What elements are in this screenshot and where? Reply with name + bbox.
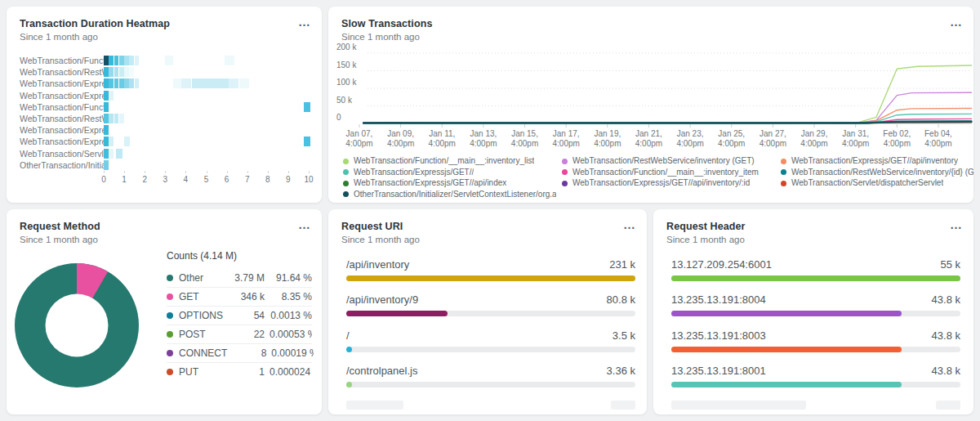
- x-axis-date: Jan 19,: [586, 129, 629, 139]
- legend-item[interactable]: WebTransaction/RestWebService/inventory/…: [781, 168, 973, 179]
- legend-item[interactable]: WebTransaction/Servlet/dispatcherServlet: [781, 178, 973, 190]
- x-axis-time: 4:00pm: [586, 139, 629, 149]
- heatmap-cell: [304, 102, 310, 112]
- method-name: PUT: [179, 366, 198, 378]
- heatmap-cell: [104, 114, 109, 123]
- ellipsis-menu-icon[interactable]: …: [623, 217, 635, 232]
- x-axis-time: 4:00pm: [504, 139, 546, 149]
- x-axis-date: Feb 02,: [875, 129, 918, 139]
- heatmap-cell: [104, 56, 109, 65]
- heatmap-row-cells: [104, 101, 318, 113]
- method-percent: 0.00053 %: [270, 329, 312, 340]
- heatmap-row-cells: [104, 78, 318, 89]
- truncated-row-ghost: [346, 401, 403, 410]
- widget-title: Request Header: [666, 221, 960, 232]
- heatmap-axis-tick: [104, 171, 105, 173]
- legend-item[interactable]: WebTransaction/Expressjs/GET//api/index: [343, 178, 556, 190]
- method-percent: 0.00019 %: [271, 347, 314, 359]
- x-axis-label: Jan 25,4:00pm: [710, 129, 753, 148]
- legend-dot-icon: [167, 331, 173, 338]
- heatmap-cell: [104, 137, 109, 146]
- heatmap-row: WebTransaction/Servle...: [20, 148, 318, 159]
- heatmap-cell: [114, 78, 119, 88]
- counts-header: Counts (4.14 M): [167, 250, 312, 262]
- x-axis-time: 4:00pm: [917, 139, 960, 149]
- method-count: 1: [225, 366, 265, 378]
- method-name: CONNECT: [179, 347, 227, 359]
- bar-list-row: 13.235.13.191:800443.8 k: [671, 293, 960, 326]
- x-axis-date: Jan 27,: [751, 129, 794, 139]
- method-table-row: GET346 k8.35 %: [167, 287, 312, 306]
- method-count: 346 k: [225, 291, 265, 302]
- x-axis-date: Jan 23,: [669, 129, 711, 139]
- legend-item[interactable]: WebTransaction/Function/__main__:invento…: [562, 168, 759, 179]
- x-axis-label: Feb 04,4:00pm: [917, 129, 960, 148]
- x-axis-time: 4:00pm: [462, 139, 505, 149]
- heatmap-axis-tick: [268, 171, 269, 173]
- legend-item[interactable]: WebTransaction/Function/__main__:invento…: [343, 156, 556, 168]
- heatmap-row-label: WebTransaction/RestW...: [20, 67, 104, 77]
- x-axis-label: Jan 27,4:00pm: [751, 129, 794, 148]
- heatmap-row-cells: [104, 113, 318, 124]
- x-axis-date: Jan 11,: [421, 129, 463, 139]
- x-axis-time: 4:00pm: [710, 139, 753, 149]
- bar-fill: [346, 382, 352, 387]
- heatmap-plot: WebTransaction/Functi...WebTransaction/R…: [20, 55, 318, 171]
- x-axis-label: Jan 29,4:00pm: [793, 129, 835, 148]
- ellipsis-menu-icon[interactable]: …: [298, 15, 310, 29]
- x-axis-date: Feb 04,: [917, 129, 960, 139]
- heatmap-cell: [119, 114, 124, 123]
- heatmap-row-cells: [104, 159, 318, 171]
- bar-list-row: /api/inventory/980.8 k: [346, 293, 635, 326]
- heatmap-axis-tick: [165, 171, 166, 173]
- method-table-row: OPTIONS540.0013 %: [167, 306, 312, 325]
- legend-dot-icon: [781, 169, 786, 175]
- heatmap-cell: [135, 56, 140, 65]
- heatmap-cell: [124, 78, 129, 88]
- method-counts-table: Counts (4.14 M) Other3.79 M91.64 %GET346…: [167, 250, 312, 381]
- x-axis-date: Jan 15,: [504, 129, 546, 139]
- widget-subtitle: Since 1 month ago: [341, 235, 634, 244]
- method-widget-header: Request Method Since 1 month ago …: [7, 209, 322, 244]
- legend-item[interactable]: OtherTransaction/Initializer/ServletCont…: [343, 190, 556, 201]
- bar-track: [671, 347, 960, 352]
- legend-label: WebTransaction/RestWebService/inventory/…: [791, 168, 973, 177]
- x-axis-date: Jan 29,: [793, 129, 835, 139]
- widget-title: Request Method: [20, 221, 309, 232]
- heatmap-cell: [192, 78, 229, 88]
- truncated-row-ghost: [936, 401, 960, 410]
- ellipsis-menu-icon[interactable]: …: [950, 217, 962, 232]
- legend-dot-icon: [167, 350, 173, 356]
- bar-row-label: /api/inventory/9: [346, 293, 418, 306]
- legend-item[interactable]: WebTransaction/Expressjs/GET//: [343, 168, 556, 179]
- x-axis-time: 4:00pm: [669, 139, 711, 149]
- uri-widget-header: Request URI Since 1 month ago …: [328, 209, 647, 244]
- heatmap-row-cells: [104, 90, 318, 101]
- heatmap-axis-tick: [124, 171, 125, 173]
- heatmap-axis-label: 6: [219, 175, 235, 184]
- legend-dot-icon: [343, 191, 349, 197]
- x-axis-label: Jan 31,4:00pm: [835, 129, 877, 148]
- method-percent: 8.35 %: [270, 291, 312, 302]
- bar-row-label: 13.235.13.191:8004: [671, 293, 766, 306]
- heatmap-cell: [114, 114, 119, 123]
- bar-track: [671, 382, 960, 387]
- heatmap-row-label: WebTransaction/Functi...: [20, 102, 104, 112]
- legend-label: WebTransaction/Expressjs/GET//api/invent…: [572, 178, 750, 187]
- heatmap-row: WebTransaction/RestW...: [20, 113, 318, 124]
- bar-list-row: /api/inventory231 k: [346, 258, 635, 291]
- ellipsis-menu-icon[interactable]: …: [298, 217, 310, 232]
- x-axis-time: 4:00pm: [627, 139, 670, 149]
- x-axis-time: 4:00pm: [338, 139, 381, 149]
- heatmap-cell: [129, 78, 134, 88]
- heatmap-cell: [135, 78, 140, 88]
- legend-item[interactable]: WebTransaction/Expressjs/GET//api/invent…: [562, 178, 759, 190]
- bar-track: [671, 311, 960, 316]
- heatmap-row: WebTransaction/Expre...: [20, 90, 318, 101]
- legend-dot-icon: [781, 159, 786, 164]
- method-table-row: CONNECT80.00019 %: [167, 343, 312, 362]
- legend-item[interactable]: WebTransaction/Expressjs/GET//api/invent…: [781, 156, 973, 168]
- bar-row-label: /api/inventory: [346, 258, 409, 271]
- legend-item[interactable]: WebTransaction/RestWebService/inventory …: [562, 156, 759, 168]
- bar-track: [346, 311, 635, 316]
